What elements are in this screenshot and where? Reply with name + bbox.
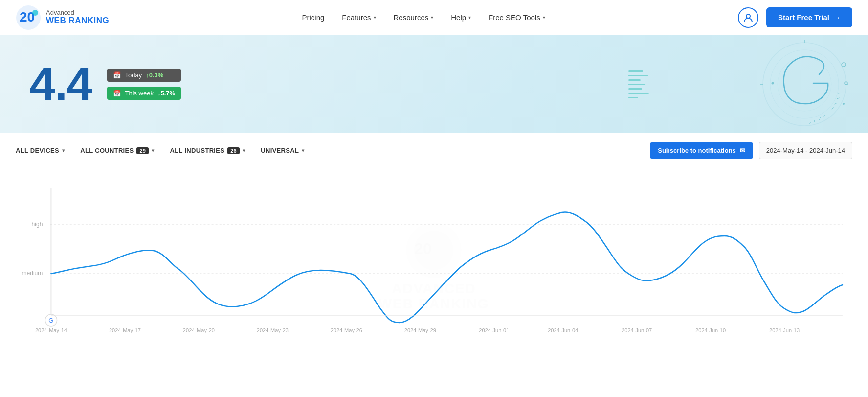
svg-line-18 [831,107,834,109]
svg-point-10 [842,63,846,67]
mail-icon: ✉ [740,147,745,154]
nav-resources[interactable]: Resources ▾ [394,13,434,22]
date-range-picker[interactable]: 2024-May-14 - 2024-Jun-14 [759,142,852,159]
svg-line-16 [823,115,825,117]
nav-links: Pricing Features ▾ Resources ▾ Help ▾ Fr… [302,13,545,22]
svg-line-14 [814,120,815,122]
chart-area: 20 AdvancedWEB RANKING high medium G [0,168,868,369]
all-industries-filter[interactable]: ALL INDUSTRIES 26 ▾ [170,147,245,154]
chevron-down-icon: ▾ [152,148,154,153]
logo-awr-text: WEB RANKING [46,16,109,25]
nav-right: Start Free Trial → [738,7,852,28]
today-change: ↑0.3% [146,71,163,79]
arrow-right-icon: → [833,13,841,22]
chevron-down-icon: ▾ [374,15,376,20]
svg-point-6 [778,57,831,111]
svg-text:2024-May-20: 2024-May-20 [183,327,215,333]
svg-line-15 [819,117,821,120]
nav-features[interactable]: Features ▾ [342,13,376,22]
svg-point-22 [772,82,774,85]
calendar-icon: 📅 [113,71,121,79]
svg-text:2024-Jun-10: 2024-Jun-10 [695,327,726,333]
logo-link[interactable]: 20 Advanced WEB RANKING [16,5,109,30]
industries-count-badge: 26 [227,147,240,154]
filter-left: ALL DEVICES ▾ ALL COUNTRIES 29 ▾ ALL IND… [16,147,304,154]
nav-help[interactable]: Help ▾ [451,13,471,22]
svg-point-3 [746,14,750,18]
svg-text:2024-Jun-04: 2024-Jun-04 [548,327,578,333]
deco-lines [623,35,653,133]
chevron-down-icon: ▾ [468,15,471,20]
chevron-down-icon: ▾ [62,148,65,153]
logo-advanced-text: Advanced [46,9,109,16]
filter-right: Subscribe to notifications ✉ 2024-May-14… [650,142,852,159]
svg-text:2024-May-17: 2024-May-17 [109,327,141,333]
svg-text:2024-Jun-13: 2024-Jun-13 [769,327,800,333]
start-trial-button[interactable]: Start Free Trial → [766,7,852,27]
svg-line-17 [828,111,830,114]
svg-line-20 [837,98,840,99]
all-countries-filter[interactable]: ALL COUNTRIES 29 ▾ [80,147,154,154]
countries-count-badge: 29 [136,147,149,154]
svg-point-4 [763,43,846,126]
svg-text:2024-Jun-01: 2024-Jun-01 [479,327,509,333]
subscribe-notifications-button[interactable]: Subscribe to notifications ✉ [650,142,753,159]
today-badge[interactable]: 📅 Today ↑0.3% [107,69,181,82]
logo-icon: 20 [16,5,41,30]
hero-left: 4.4 📅 Today ↑0.3% 📅 This week ↓5.7% [29,61,181,108]
chevron-down-icon: ▾ [431,15,433,20]
score-value: 4.4 [29,61,91,108]
today-label: Today [125,71,142,79]
navbar: 20 Advanced WEB RANKING Pricing Features… [0,0,868,35]
filter-bar: ALL DEVICES ▾ ALL COUNTRIES 29 ▾ ALL IND… [0,133,868,168]
svg-line-12 [804,121,807,123]
user-avatar-button[interactable] [738,7,758,28]
week-badge[interactable]: 📅 This week ↓5.7% [107,87,181,100]
svg-text:2024-May-29: 2024-May-29 [404,327,436,333]
svg-line-13 [809,122,811,124]
nav-free-seo-tools[interactable]: Free SEO Tools ▾ [489,13,545,22]
svg-line-19 [834,103,837,104]
hero-banner: 4.4 📅 Today ↑0.3% 📅 This week ↓5.7% [0,35,868,133]
trend-chart: high medium G 2024-May-14 2024-May-17 20… [16,178,852,335]
nav-pricing[interactable]: Pricing [302,13,324,22]
svg-text:2024-Jun-07: 2024-Jun-07 [622,327,652,333]
hero-decoration [623,35,868,133]
chevron-down-icon: ▾ [302,148,304,153]
svg-text:medium: medium [22,270,43,277]
svg-point-23 [843,103,845,105]
svg-text:2024-May-23: 2024-May-23 [257,327,289,333]
week-change: ↓5.7% [157,90,175,97]
svg-line-21 [838,93,841,93]
week-label: This week [125,90,154,97]
google-circle-decoration [692,40,858,128]
chevron-down-icon: ▾ [243,148,245,153]
user-icon [743,12,754,23]
svg-point-2 [32,10,38,16]
svg-text:G: G [48,317,53,324]
svg-text:high: high [32,221,43,228]
svg-text:2024-May-14: 2024-May-14 [35,327,67,333]
universal-filter[interactable]: UNIVERSAL ▾ [261,147,304,154]
chevron-down-icon: ▾ [543,15,545,20]
chart-container: 20 AdvancedWEB RANKING high medium G [16,178,852,354]
calendar-week-icon: 📅 [113,90,121,97]
score-badges: 📅 Today ↑0.3% 📅 This week ↓5.7% [107,69,181,100]
all-devices-filter[interactable]: ALL DEVICES ▾ [16,147,65,154]
svg-text:2024-May-26: 2024-May-26 [331,327,362,333]
